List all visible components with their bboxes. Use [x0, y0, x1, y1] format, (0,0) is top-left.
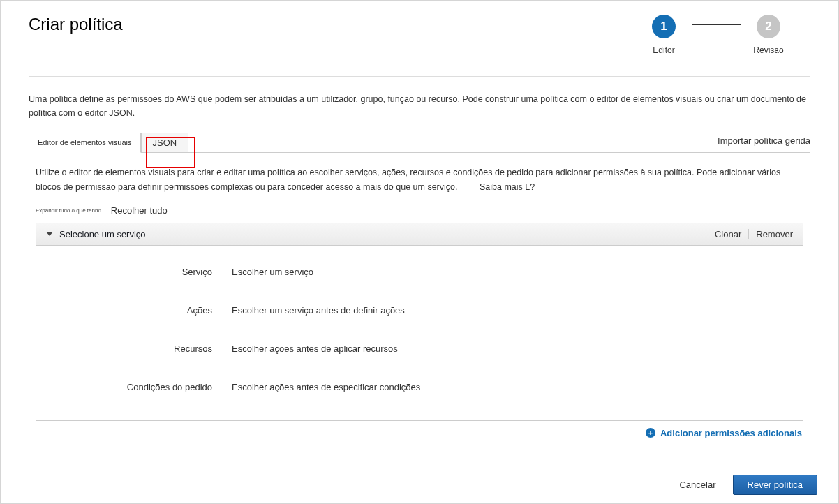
add-permissions-label: Adicionar permissões adicionais	[660, 428, 802, 438]
visual-editor-helper: Utilize o editor de elementos visuais pa…	[36, 165, 803, 195]
service-row-resources[interactable]: Recursos Escolher ações antes de aplicar…	[50, 343, 789, 354]
header-row: Criar política 1 Editor 2 Revisão	[29, 15, 810, 77]
row-value: Escolher ações antes de aplicar recursos	[232, 343, 789, 354]
page-title: Criar política	[29, 15, 123, 34]
service-row-service[interactable]: Serviço Escolher um serviço	[50, 267, 789, 277]
permission-block-title: Selecione um serviço	[59, 229, 146, 239]
row-label: Recursos	[50, 343, 232, 354]
row-value: Escolher ações antes de especificar cond…	[232, 382, 789, 392]
step-number-icon: 2	[757, 15, 780, 38]
row-label: Serviço	[50, 267, 232, 277]
divider	[748, 229, 749, 239]
step-review[interactable]: 2 Revisão	[741, 15, 796, 55]
footer-bar: Cancelar Rever política	[1, 466, 838, 503]
collapse-all-link[interactable]: Recolher tudo	[111, 205, 168, 216]
permission-block-body: Serviço Escolher um serviço Ações Escolh…	[36, 246, 803, 420]
row-value: Escolher um serviço antes de definir açõ…	[232, 305, 789, 316]
learn-more-link[interactable]: Saiba mais L?	[480, 182, 535, 192]
permission-block-header[interactable]: Selecione um serviço Clonar Remover	[36, 223, 803, 246]
row-label: Ações	[50, 305, 232, 316]
step-connector	[692, 24, 741, 25]
cancel-button[interactable]: Cancelar	[674, 475, 721, 494]
row-label: Condições do pedido	[50, 382, 232, 392]
policy-description: Uma política define as permissões do AWS…	[29, 92, 810, 120]
review-policy-button[interactable]: Rever política	[733, 475, 817, 495]
stepper: 1 Editor 2 Revisão	[636, 15, 796, 55]
permission-block: Selecione um serviço Clonar Remover Serv…	[36, 223, 803, 421]
remove-button[interactable]: Remover	[756, 229, 793, 239]
chevron-down-icon	[46, 232, 53, 236]
step-label: Editor	[653, 45, 674, 55]
service-row-conditions[interactable]: Condições do pedido Escolher ações antes…	[50, 382, 789, 392]
import-managed-policy-link[interactable]: Importar política gerida	[718, 135, 810, 150]
service-row-actions[interactable]: Ações Escolher um serviço antes de defin…	[50, 305, 789, 316]
helper-text: Utilize o editor de elementos visuais pa…	[36, 168, 780, 192]
step-number-icon: 1	[652, 15, 676, 38]
editor-tabs: Editor de elementos visuais JSON	[29, 133, 188, 152]
row-value: Escolher um serviço	[232, 267, 789, 277]
step-label: Revisão	[753, 45, 783, 55]
expand-all-link[interactable]: Expandir tudo o que tenho	[36, 207, 101, 214]
expand-collapse-controls: Expandir tudo o que tenho Recolher tudo	[36, 205, 803, 216]
tab-json[interactable]: JSON	[141, 133, 189, 153]
add-permissions-link[interactable]: + Adicionar permissões adicionais	[36, 428, 803, 438]
plus-circle-icon: +	[646, 428, 655, 438]
clone-button[interactable]: Clonar	[715, 229, 741, 239]
tab-visual-editor[interactable]: Editor de elementos visuais	[29, 133, 141, 153]
step-editor[interactable]: 1 Editor	[636, 15, 692, 55]
tabs-row: Editor de elementos visuais JSON Importa…	[29, 133, 810, 153]
